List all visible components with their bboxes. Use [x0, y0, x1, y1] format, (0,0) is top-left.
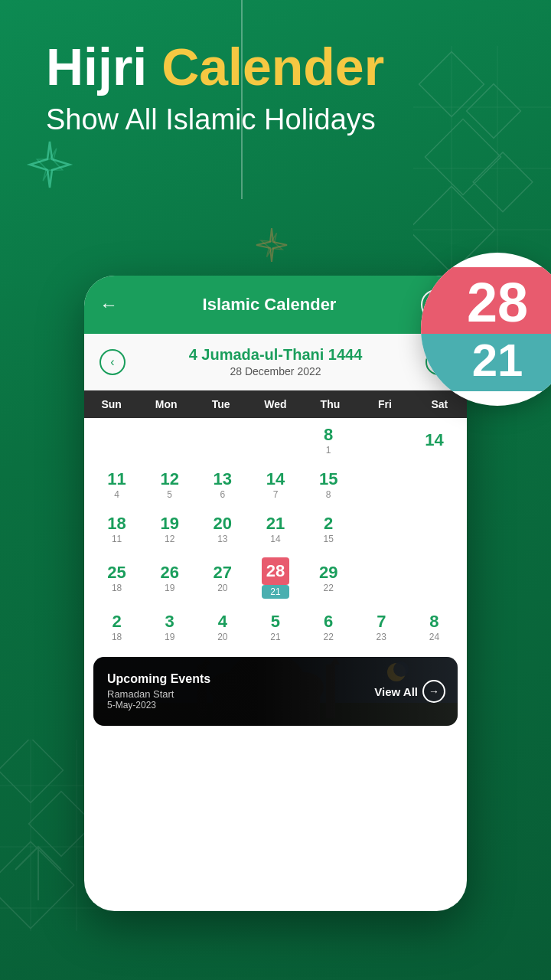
table-row[interactable]: 3 19 [143, 605, 196, 649]
month-navigation: ‹ 4 Jumada-ul-Thani 1444 28 December 202… [84, 334, 467, 390]
zoom-gregorian: 28 [421, 267, 551, 334]
day-sun: Sun [84, 390, 139, 418]
table-row[interactable] [196, 418, 249, 462]
table-row[interactable] [143, 418, 196, 462]
view-all-button[interactable]: View All → [374, 680, 445, 703]
hero-section: Hijri Calender Show All Islamic Holidays [46, 38, 505, 136]
table-row[interactable] [408, 507, 461, 551]
table-row[interactable]: 25 18 [90, 551, 143, 605]
table-row[interactable]: 7 23 [355, 605, 408, 649]
table-row[interactable]: 5 21 [249, 605, 302, 649]
main-title: Hijri Calender [46, 38, 505, 96]
title-hijri: Hijri [46, 38, 147, 96]
day-fri: Fri [357, 390, 412, 418]
table-row[interactable]: 19 12 [143, 507, 196, 551]
app-title: Islamic Calender [203, 295, 337, 315]
day-thu: Thu [303, 390, 357, 418]
table-row[interactable]: 27 20 [196, 551, 249, 605]
table-row[interactable] [408, 462, 461, 507]
view-all-arrow-icon: → [422, 680, 445, 703]
event-name: Ramadan Start [107, 688, 360, 700]
app-header: ← Islamic Calender [84, 276, 467, 334]
table-row[interactable] [355, 507, 408, 551]
table-row[interactable]: 29 22 [302, 551, 355, 605]
table-row[interactable]: 14 7 [249, 462, 302, 507]
deco-star-center [253, 226, 291, 267]
table-row[interactable]: 21 14 [249, 507, 302, 551]
title-calender: Calender [161, 38, 384, 96]
table-row[interactable] [90, 418, 143, 462]
table-row[interactable]: 6 22 [302, 605, 355, 649]
svg-rect-10 [0, 740, 63, 802]
event-date: 5-May-2023 [107, 700, 360, 710]
day-wed: Wed [248, 390, 302, 418]
table-row[interactable] [355, 551, 408, 605]
calendar-grid: 8 1 14 11 4 12 5 13 6 14 7 15 8 [84, 418, 467, 649]
table-row[interactable]: 12 5 [143, 462, 196, 507]
table-row[interactable]: 13 6 [196, 462, 249, 507]
table-row[interactable]: 15 8 [302, 462, 355, 507]
table-row[interactable] [355, 462, 408, 507]
table-row[interactable] [249, 418, 302, 462]
events-section: Upcoming Events Ramadan Start 5-May-2023… [93, 657, 458, 726]
selected-date-cell[interactable]: 28 21 [249, 551, 302, 605]
table-row[interactable]: 26 19 [143, 551, 196, 605]
table-row[interactable]: 18 11 [90, 507, 143, 551]
table-row[interactable]: 8 24 [408, 605, 461, 649]
table-row[interactable] [408, 551, 461, 605]
table-row[interactable]: 8 1 [302, 418, 355, 462]
table-row[interactable]: 11 4 [90, 462, 143, 507]
day-tue: Tue [194, 390, 248, 418]
phone-mockup: ← Islamic Calender ‹ 4 Jumada-ul-Thani 1… [84, 276, 467, 911]
events-content: Upcoming Events Ramadan Start 5-May-2023 [93, 662, 374, 721]
svg-rect-3 [473, 152, 533, 212]
table-row[interactable] [355, 418, 408, 462]
table-row[interactable]: 20 13 [196, 507, 249, 551]
days-of-week-header: Sun Mon Tue Wed Thu Fri Sat [84, 390, 467, 418]
table-row[interactable]: 2 18 [90, 605, 143, 649]
month-info: 4 Jumada-ul-Thani 1444 28 December 2022 [189, 346, 363, 377]
back-button[interactable]: ← [99, 294, 118, 315]
hero-subtitle: Show All Islamic Holidays [46, 103, 505, 136]
hijri-month-label: 4 Jumada-ul-Thani 1444 [189, 346, 363, 364]
gregorian-month-label: 28 December 2022 [189, 365, 363, 377]
table-row[interactable]: 2 15 [302, 507, 355, 551]
events-section-title: Upcoming Events [107, 672, 360, 686]
deco-star-left [23, 138, 77, 194]
table-row[interactable]: 4 20 [196, 605, 249, 649]
prev-month-button[interactable]: ‹ [99, 349, 126, 375]
day-mon: Mon [139, 390, 193, 418]
table-row[interactable]: 14 [408, 418, 461, 462]
